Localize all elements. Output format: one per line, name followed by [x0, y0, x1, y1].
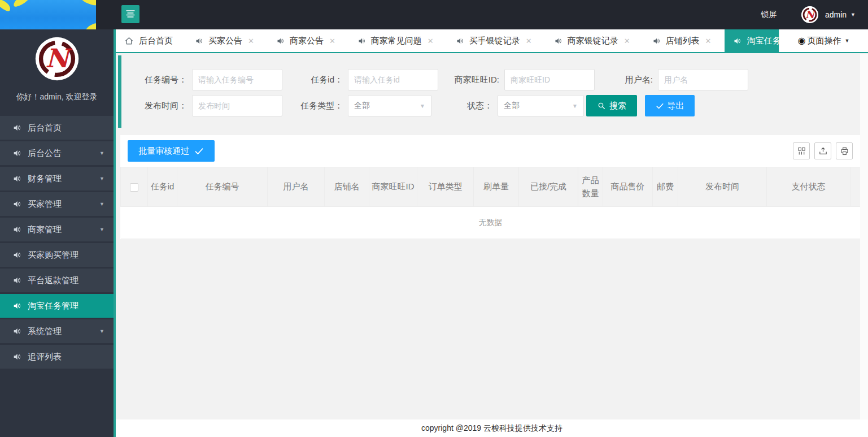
close-icon[interactable]: ✕	[705, 37, 712, 45]
hamburger-icon	[125, 10, 136, 19]
sidebar-item-buyer-purchase[interactable]: 买家购买管理	[0, 243, 114, 267]
col-accepted-completed: 已接/完成	[519, 167, 578, 207]
username-input[interactable]	[658, 69, 748, 90]
chevron-down-icon: ▼	[99, 150, 104, 156]
check-icon	[194, 146, 204, 156]
wangwang-id-label: 商家旺旺ID:	[438, 75, 504, 85]
tab-label: 后台首页	[139, 36, 173, 46]
tab-buyer-ingot-records[interactable]: 买手银锭记录 ✕	[447, 29, 540, 52]
speaker-icon	[12, 301, 21, 310]
sidebar: 你好！admin, 欢迎登录 后台首页 后台公告 ▼ 财务管理 ▼ 买家管理 ▼…	[0, 29, 116, 437]
sidebar-item-finance[interactable]: 财务管理 ▼	[0, 167, 114, 191]
col-task-no: 任务编号	[177, 167, 268, 207]
chevron-down-icon: ▼	[99, 328, 104, 334]
col-order-type: 订单类型	[417, 167, 474, 207]
close-icon[interactable]: ✕	[428, 37, 434, 45]
speaker-icon	[12, 276, 21, 285]
speaker-icon	[276, 37, 285, 45]
col-order-volume: 刷单量	[474, 167, 519, 207]
speaker-icon	[12, 225, 21, 234]
close-icon[interactable]: ✕	[248, 37, 254, 45]
sidebar-item-taobao-tasks[interactable]: 淘宝任务管理	[0, 294, 114, 318]
batch-approve-button[interactable]: 批量审核通过	[128, 140, 215, 162]
username-dropdown[interactable]: admin	[825, 10, 847, 19]
select-all-header	[121, 167, 148, 207]
footer: copyright @2019 云梭科技提供技术支持	[116, 419, 868, 437]
col-task-id: 任务id	[148, 167, 177, 207]
table-card: 批量审核通过	[120, 135, 860, 239]
table-header-row: 任务id 任务编号 用户名 店铺名 商家旺旺ID 订单类型 刷单量 已接/完成 …	[121, 167, 861, 207]
close-icon[interactable]: ✕	[526, 37, 532, 45]
tab-merchant-ingot-records[interactable]: 商家银锭记录 ✕	[546, 29, 639, 52]
status-value: 全部	[504, 101, 520, 111]
export-button[interactable]: 导出	[645, 95, 695, 116]
status-select[interactable]: 全部 ▼	[498, 95, 584, 116]
no-data-text: 无数据	[121, 207, 861, 239]
sidebar-item-buyers[interactable]: 买家管理 ▼	[0, 192, 114, 216]
brand-logo-image	[0, 0, 96, 29]
task-type-value: 全部	[354, 101, 370, 111]
leaf-decoration	[81, 0, 96, 7]
target-icon: ◉	[798, 36, 806, 45]
tab-merchant-faq[interactable]: 商家常见问题 ✕	[349, 29, 442, 52]
sidebar-item-system[interactable]: 系统管理 ▼	[0, 319, 114, 343]
speaker-icon	[456, 37, 464, 45]
speaker-icon	[12, 250, 21, 259]
speaker-icon	[195, 37, 203, 45]
close-icon[interactable]: ✕	[329, 37, 335, 45]
publish-time-label: 发布时间：	[121, 101, 192, 111]
sidebar-item-home[interactable]: 后台首页	[0, 116, 114, 140]
sidebar-item-label: 商家管理	[28, 224, 62, 235]
tab-buyer-announcement[interactable]: 买家公告 ✕	[186, 29, 263, 52]
scrollbar[interactable]	[860, 54, 868, 437]
task-id-input[interactable]	[348, 69, 438, 90]
col-product-price: 商品售价	[603, 167, 653, 207]
tab-shop-list[interactable]: 店铺列表 ✕	[644, 29, 720, 52]
table-toolbar: 批量审核通过	[120, 135, 860, 167]
check-icon	[656, 102, 664, 110]
sidebar-item-review-list[interactable]: 追评列表	[0, 345, 114, 369]
lock-screen-button[interactable]: 锁屏	[761, 10, 777, 20]
sidebar-item-label: 系统管理	[28, 326, 62, 337]
task-type-label: 任务类型：	[282, 101, 348, 111]
sidebar-item-label: 买家购买管理	[28, 250, 78, 261]
filter-panel: 任务编号： 任务id： 商家旺旺ID: 用户名: 发布时间： 任务类型： 全部 …	[118, 55, 860, 128]
user-avatar[interactable]	[801, 6, 818, 23]
leaf-decoration	[0, 0, 12, 13]
welcome-text: 你好！admin, 欢迎登录	[0, 92, 114, 102]
columns-icon	[797, 146, 806, 156]
wangwang-id-input[interactable]	[504, 69, 595, 90]
tab-bar: 后台首页 买家公告 ✕ 商家公告 ✕ 商家常见问题 ✕ 买手银锭记录 ✕ 商家银…	[116, 29, 868, 53]
page-actions-dropdown[interactable]: ◉ 页面操作 ▼	[779, 29, 868, 52]
sidebar-item-merchants[interactable]: 商家管理 ▼	[0, 218, 114, 241]
sidebar-item-announcements[interactable]: 后台公告 ▼	[0, 141, 114, 165]
collapse-menu-button[interactable]	[121, 5, 139, 23]
tab-home[interactable]: 后台首页	[116, 29, 181, 52]
speaker-icon	[12, 327, 21, 336]
publish-time-input[interactable]	[192, 95, 282, 116]
empty-row: 无数据	[121, 207, 861, 239]
tab-label: 买家公告	[208, 36, 242, 46]
tab-merchant-announcement[interactable]: 商家公告 ✕	[268, 29, 344, 52]
task-id-label: 任务id：	[282, 75, 348, 85]
search-button[interactable]: 搜索	[586, 95, 637, 116]
status-label: 状态：	[431, 101, 498, 111]
sidebar-item-label: 淘宝任务管理	[28, 301, 78, 311]
col-pay-status: 支付状态	[767, 167, 850, 207]
speaker-icon	[652, 37, 661, 45]
col-postage: 邮费	[653, 167, 678, 207]
close-icon[interactable]: ✕	[624, 37, 630, 45]
chevron-down-icon: ▼	[850, 12, 856, 18]
sidebar-item-platform-refund[interactable]: 平台返款管理	[0, 269, 114, 292]
search-icon	[597, 101, 606, 110]
select-all-checkbox[interactable]	[130, 183, 138, 192]
content-area: 任务编号： 任务id： 商家旺旺ID: 用户名: 发布时间： 任务类型： 全部 …	[116, 54, 868, 437]
toggle-columns-button[interactable]	[793, 142, 810, 159]
export-table-button[interactable]	[814, 142, 831, 159]
chevron-down-icon: ▼	[420, 103, 425, 109]
task-no-input[interactable]	[192, 69, 282, 90]
print-button[interactable]	[836, 142, 853, 159]
speaker-icon	[357, 37, 366, 45]
task-type-select[interactable]: 全部 ▼	[348, 95, 431, 116]
tab-label: 店铺列表	[666, 36, 700, 46]
